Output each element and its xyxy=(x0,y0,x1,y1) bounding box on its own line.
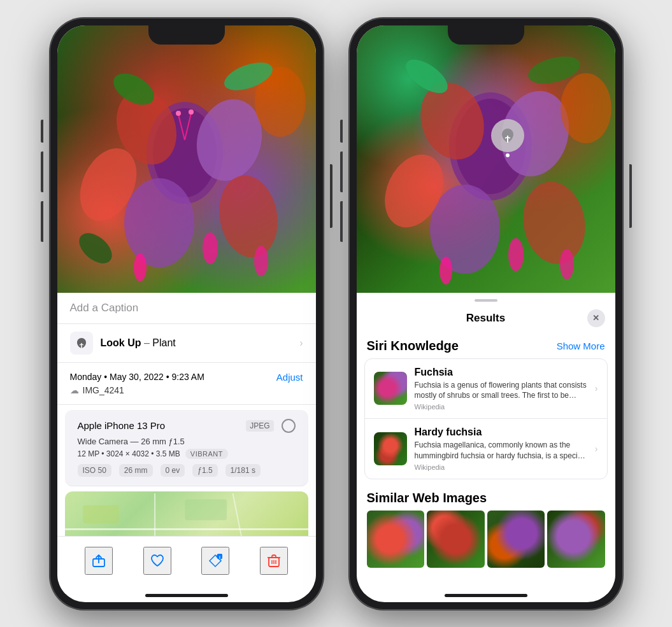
results-close-button[interactable]: ✕ xyxy=(587,309,605,327)
svg-point-14 xyxy=(73,227,117,269)
svg-point-36 xyxy=(517,176,591,269)
like-button[interactable] xyxy=(143,547,171,575)
svg-point-11 xyxy=(189,109,194,115)
fuchsia-thumbnail xyxy=(374,372,407,405)
show-more-button[interactable]: Show More xyxy=(557,341,605,351)
right-home-indicator xyxy=(445,594,527,597)
svg-point-35 xyxy=(430,185,500,274)
trash-icon xyxy=(267,554,281,568)
meta-date: Monday • May 30, 2022 • 9:23 AM xyxy=(70,372,204,382)
web-image-1[interactable] xyxy=(367,511,425,568)
similar-web-images-section: Similar Web Images xyxy=(357,484,615,575)
web-images-header: Similar Web Images xyxy=(367,484,605,511)
share-button[interactable] xyxy=(85,547,113,575)
phone-notch xyxy=(148,25,225,45)
fuchsia-item[interactable]: Fuchsia Fuchsia is a genus of flowering … xyxy=(365,359,607,419)
fuchsia-source: Wikipedia xyxy=(415,403,587,411)
flower-svg xyxy=(57,25,316,293)
home-indicator xyxy=(145,594,228,597)
photo-background xyxy=(57,25,316,293)
siri-knowledge-header: Siri Knowledge Show More xyxy=(357,332,615,358)
map-background xyxy=(65,491,308,536)
svg-point-42 xyxy=(440,257,452,285)
left-phone: Add a Caption Look Up – Plant › xyxy=(50,18,324,610)
adjust-button[interactable]: Adjust xyxy=(276,372,303,383)
right-phone: Results ✕ Siri Knowledge Show More Fu xyxy=(349,18,623,610)
svg-point-38 xyxy=(561,73,611,143)
web-image-4[interactable] xyxy=(547,511,605,568)
fuchsia-content: Fuchsia Fuchsia is a genus of flowering … xyxy=(415,367,587,411)
visual-lookup-button[interactable] xyxy=(491,119,524,152)
hardy-fuchsia-item[interactable]: Hardy fuchsia Fuchsia magellanica, commo… xyxy=(365,419,607,479)
svg-text:i: i xyxy=(219,554,220,559)
lookup-dash: – xyxy=(141,337,153,348)
vibrant-badge: VIBRANT xyxy=(185,449,228,459)
svg-point-16 xyxy=(134,253,147,281)
exif-ev: 0 ev xyxy=(161,464,185,477)
exif-iso: ISO 50 xyxy=(78,464,111,477)
meta-section: Monday • May 30, 2022 • 9:23 AM Adjust ☁… xyxy=(57,363,316,405)
exif-shutter: 1/181 s xyxy=(225,464,261,477)
heart-icon xyxy=(150,554,164,568)
caption-placeholder: Add a Caption xyxy=(70,302,139,314)
resolution-text: 12 MP • 3024 × 4032 • 3.5 MB xyxy=(78,449,180,458)
device-name: Apple iPhone 13 Pro xyxy=(78,420,166,431)
sparkle-info-icon: i xyxy=(208,554,222,568)
map-section[interactable] xyxy=(65,491,308,536)
svg-point-4 xyxy=(124,178,194,267)
caption-input[interactable]: Add a Caption xyxy=(57,293,316,324)
svg-point-17 xyxy=(254,246,268,276)
jpeg-badge: JPEG xyxy=(246,420,273,432)
bottom-toolbar: i xyxy=(57,536,316,594)
exif-focal: 26 mm xyxy=(119,464,153,477)
results-title: Results xyxy=(466,312,505,325)
web-image-3[interactable] xyxy=(487,511,545,568)
share-icon xyxy=(92,554,106,568)
hardy-source: Wikipedia xyxy=(415,463,587,471)
vlu-dot xyxy=(506,153,510,157)
svg-point-43 xyxy=(560,249,574,279)
fuchsia-description: Fuchsia is a genus of flowering plants t… xyxy=(415,380,587,402)
lookup-row[interactable]: Look Up – Plant › xyxy=(57,324,316,363)
results-header: Results ✕ xyxy=(357,307,615,332)
svg-point-10 xyxy=(176,111,181,116)
lens-icon xyxy=(282,419,296,433)
web-images-grid xyxy=(367,511,605,568)
svg-rect-21 xyxy=(83,505,118,523)
photo-section[interactable] xyxy=(57,25,316,293)
web-image-2[interactable] xyxy=(427,511,485,568)
lookup-chevron: › xyxy=(299,337,303,349)
svg-rect-22 xyxy=(185,499,227,520)
fuchsia-name: Fuchsia xyxy=(415,367,587,378)
results-handle xyxy=(475,299,497,302)
delete-button[interactable] xyxy=(260,547,288,575)
device-section: Apple iPhone 13 Pro JPEG Wide Camera — 2… xyxy=(65,410,308,486)
close-icon: ✕ xyxy=(592,313,599,323)
camera-spec: Wide Camera — 26 mm ƒ1.5 xyxy=(78,437,296,446)
info-button[interactable]: i xyxy=(201,547,229,575)
info-section: Add a Caption Look Up – Plant › xyxy=(57,293,316,536)
cloud-icon: ☁ xyxy=(70,385,79,395)
hardy-name: Hardy fuchsia xyxy=(415,426,587,438)
knowledge-card: Fuchsia Fuchsia is a genus of flowering … xyxy=(364,358,608,479)
hardy-thumbnail xyxy=(374,432,407,465)
lookup-icon xyxy=(70,332,93,355)
web-images-title: Similar Web Images xyxy=(367,491,487,505)
exif-row: ISO 50 26 mm 0 ev ƒ1.5 1/181 s xyxy=(78,464,296,477)
right-flower-svg xyxy=(357,25,615,293)
results-panel: Results ✕ Siri Knowledge Show More Fu xyxy=(357,293,615,594)
hardy-description: Fuchsia magellanica, commonly known as t… xyxy=(415,440,587,461)
svg-point-15 xyxy=(203,232,218,264)
map-roads xyxy=(65,491,308,536)
results-photo-section xyxy=(357,25,615,293)
info-badge: i xyxy=(208,554,222,568)
lookup-subject: Plant xyxy=(152,337,175,348)
resolution-row: 12 MP • 3024 × 4032 • 3.5 MB VIBRANT xyxy=(78,449,296,459)
hardy-chevron: › xyxy=(595,444,598,454)
vlu-leaf-icon xyxy=(499,127,517,144)
fuchsia-chevron: › xyxy=(595,383,598,393)
results-photo-background xyxy=(357,25,615,293)
filename-text: IMG_4241 xyxy=(83,385,124,395)
siri-knowledge-title: Siri Knowledge xyxy=(367,339,459,353)
meta-filename: ☁ IMG_4241 xyxy=(70,385,303,395)
